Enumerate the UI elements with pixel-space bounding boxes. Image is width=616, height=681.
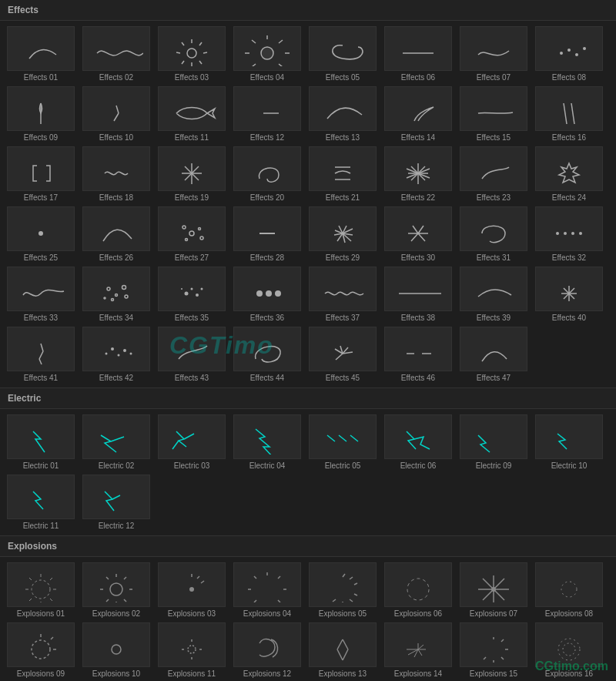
list-item[interactable]: Effects 22: [383, 146, 453, 202]
list-item[interactable]: Electric 05: [308, 414, 377, 470]
list-item[interactable]: Effects 34: [82, 267, 151, 322]
item-label: Electric 10: [551, 461, 588, 470]
item-label: Explosions 01: [17, 609, 65, 618]
list-item[interactable]: Effects 05: [308, 26, 377, 82]
list-item[interactable]: Electric 04: [233, 414, 302, 470]
list-item[interactable]: Effects 30: [383, 206, 453, 262]
list-item[interactable]: Effects 36: [233, 267, 302, 322]
list-item[interactable]: Effects 19: [157, 146, 226, 202]
item-thumbnail: [384, 622, 452, 667]
list-item[interactable]: Effects 23: [459, 146, 528, 202]
list-item[interactable]: Explosions 15: [459, 622, 528, 678]
list-item[interactable]: Effects 35: [157, 267, 226, 322]
list-item[interactable]: Explosions 04: [233, 562, 302, 618]
list-item[interactable]: Explosions 08: [534, 562, 604, 618]
list-item[interactable]: Effects 38: [383, 267, 453, 322]
list-item[interactable]: Explosions 02: [82, 562, 151, 618]
list-item[interactable]: Effects 41: [6, 327, 75, 382]
list-item[interactable]: Effects 33: [6, 267, 75, 322]
svg-point-74: [123, 349, 126, 352]
list-item[interactable]: Explosions 14: [383, 622, 453, 678]
list-item[interactable]: Effects 03: [157, 26, 226, 82]
list-item[interactable]: Effects 01: [6, 26, 75, 82]
list-item[interactable]: Effects 15: [459, 86, 528, 142]
list-item[interactable]: Effects 12: [233, 86, 302, 142]
item-thumbnail: [460, 622, 527, 667]
list-item[interactable]: Effects 31: [459, 206, 528, 262]
list-item[interactable]: Effects 10: [82, 86, 151, 142]
list-item[interactable]: Effects 17: [6, 146, 75, 202]
list-item[interactable]: Effects 28: [233, 206, 302, 262]
svg-line-89: [124, 599, 126, 602]
list-item[interactable]: Effects 02: [82, 26, 151, 82]
svg-point-120: [561, 582, 577, 597]
list-item[interactable]: Effects 46: [383, 327, 453, 382]
item-thumbnail: [7, 414, 75, 459]
item-label: Effects 35: [175, 314, 209, 322]
list-item[interactable]: Effects 39: [459, 267, 528, 322]
list-item[interactable]: Effects 07: [459, 26, 528, 82]
list-item[interactable]: Explosions 05: [308, 562, 377, 618]
list-item[interactable]: Explosions 03: [157, 562, 226, 618]
list-item[interactable]: Effects 42: [82, 327, 151, 382]
svg-point-53: [125, 295, 128, 298]
item-label: Effects 02: [99, 73, 133, 82]
list-item[interactable]: Effects 47: [459, 327, 528, 382]
item-thumbnail: [158, 562, 226, 607]
list-item[interactable]: Effects 14: [383, 86, 453, 142]
list-item[interactable]: Explosions 11: [157, 622, 226, 678]
list-item[interactable]: Effects 24: [534, 146, 604, 202]
list-item[interactable]: Electric 12: [82, 475, 151, 530]
list-item[interactable]: Effects 08: [534, 26, 604, 82]
list-item[interactable]: Explosions 06: [383, 562, 453, 618]
svg-line-68: [41, 344, 43, 351]
grid-electric: Electric 01Electric 02Electric 03Electri…: [0, 409, 616, 535]
svg-line-123: [51, 637, 53, 639]
list-item[interactable]: Electric 03: [157, 414, 226, 470]
list-item[interactable]: Explosions 01: [6, 562, 75, 618]
item-label: Explosions 16: [545, 669, 593, 678]
list-item[interactable]: Electric 10: [534, 414, 604, 470]
svg-point-8: [187, 49, 196, 58]
list-item[interactable]: Effects 45: [308, 327, 377, 382]
list-item[interactable]: Explosions 09: [6, 622, 75, 678]
list-item[interactable]: Electric 06: [383, 414, 453, 470]
list-item[interactable]: Effects 16: [534, 86, 604, 142]
list-item[interactable]: Electric 09: [459, 414, 528, 470]
svg-point-50: [116, 294, 118, 296]
list-item[interactable]: Effects 43: [157, 327, 226, 382]
list-item[interactable]: Effects 29: [308, 206, 377, 262]
list-item[interactable]: Effects 32: [534, 206, 604, 262]
list-item[interactable]: Effects 25: [6, 206, 75, 262]
item-label: Effects 13: [326, 133, 360, 142]
list-item[interactable]: Explosions 13: [308, 622, 377, 678]
item-label: Effects 04: [250, 73, 284, 82]
list-item[interactable]: Explosions 07: [459, 562, 528, 618]
list-item[interactable]: Electric 11: [6, 475, 75, 530]
svg-line-111: [350, 599, 353, 602]
list-item[interactable]: Electric 01: [6, 414, 75, 470]
svg-line-69: [39, 351, 43, 359]
item-label: Explosions 06: [394, 609, 442, 618]
item-label: Electric 01: [23, 461, 59, 470]
list-item[interactable]: Effects 06: [383, 26, 453, 82]
list-item[interactable]: Effects 20: [233, 146, 302, 202]
list-item[interactable]: Effects 04: [233, 26, 302, 82]
list-item[interactable]: Explosions 16: [534, 622, 604, 678]
list-item[interactable]: Effects 26: [82, 206, 151, 262]
list-item[interactable]: Effects 27: [157, 206, 226, 262]
list-item[interactable]: Explosions 10: [82, 622, 151, 678]
item-label: Effects 23: [477, 193, 511, 202]
list-item[interactable]: Effects 44: [233, 327, 302, 382]
list-item[interactable]: Explosions 12: [233, 622, 302, 678]
list-item[interactable]: Effects 18: [82, 146, 151, 202]
svg-line-104: [254, 600, 256, 602]
list-item[interactable]: Effects 09: [6, 86, 75, 142]
list-item[interactable]: Effects 21: [308, 146, 377, 202]
list-item[interactable]: Effects 37: [308, 267, 377, 322]
list-item[interactable]: Effects 13: [308, 86, 377, 142]
list-item[interactable]: Effects 40: [534, 267, 604, 322]
list-item[interactable]: Electric 02: [82, 414, 151, 470]
svg-point-19: [560, 52, 563, 55]
list-item[interactable]: Effects 11: [157, 86, 226, 142]
